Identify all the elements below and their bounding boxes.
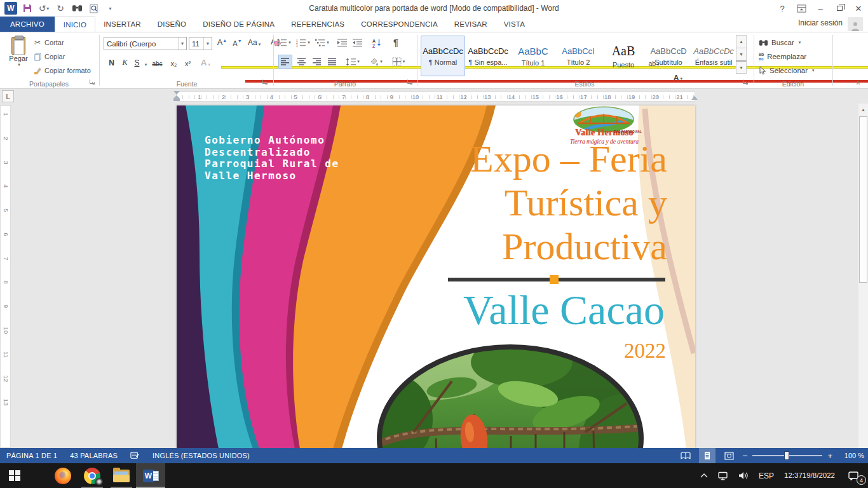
justify-button[interactable]: [325, 55, 339, 69]
decrease-indent-button[interactable]: [336, 36, 349, 50]
sort-button[interactable]: AZ: [370, 36, 384, 50]
status-language[interactable]: INGLÉS (ESTADOS UNIDOS): [153, 452, 250, 459]
print-preview-button[interactable]: [86, 1, 100, 15]
proofing-icon[interactable]: [130, 451, 140, 461]
tab-correspondencia[interactable]: CORRESPONDENCIA: [353, 17, 446, 32]
find-command[interactable]: Buscar▾: [759, 36, 801, 49]
print-layout-button[interactable]: [699, 448, 715, 463]
styles-scroll-up-button[interactable]: ▲: [736, 35, 747, 48]
tab-revisar[interactable]: REVISAR: [446, 17, 496, 32]
scroll-up-icon[interactable]: ▲: [858, 105, 868, 114]
customize-qat-button[interactable]: ▾: [103, 1, 117, 15]
web-layout-button[interactable]: [721, 448, 737, 463]
style-titulo-2[interactable]: AaBbCcI Título 2: [556, 36, 600, 76]
line-spacing-button[interactable]: ▾: [346, 55, 360, 69]
select-command[interactable]: Seleccionar▾: [759, 64, 815, 77]
zoom-in-button[interactable]: +: [827, 451, 832, 461]
find-button[interactable]: [70, 1, 84, 15]
font-size-select[interactable]: 11▼: [189, 37, 212, 50]
tray-network-icon[interactable]: [714, 463, 733, 488]
zoom-out-button[interactable]: −: [742, 451, 747, 461]
tab-stop-selector[interactable]: L: [2, 90, 14, 102]
vertical-scrollbar[interactable]: ▲: [858, 104, 868, 448]
taskbar-explorer[interactable]: [107, 463, 136, 488]
tray-volume-icon[interactable]: [734, 463, 753, 488]
style-sin-espaciado[interactable]: AaBbCcDc ¶ Sin espa...: [466, 36, 510, 76]
clipboard-dialog-launcher[interactable]: [89, 79, 97, 86]
word-app-icon[interactable]: W: [4, 1, 18, 15]
font-family-select[interactable]: Calibri (Cuerpo▼: [104, 37, 187, 50]
avatar[interactable]: [848, 17, 863, 31]
paragraph-dialog-launcher[interactable]: [407, 79, 414, 86]
style-titulo-1[interactable]: AaBbC Título 1: [511, 36, 555, 76]
styles-scroll-down-button[interactable]: ▼: [736, 48, 747, 61]
tab-inicio[interactable]: INICIO: [55, 17, 95, 32]
tab-vista[interactable]: VISTA: [496, 17, 533, 32]
first-line-indent-marker[interactable]: [173, 91, 180, 95]
multilevel-list-button[interactable]: ▾: [315, 36, 329, 50]
styles-more-button[interactable]: ▼: [736, 60, 747, 74]
shrink-font-button[interactable]: A▼: [231, 35, 243, 49]
horizontal-ruler[interactable]: 123456789101112131415161718192021: [177, 92, 695, 102]
strikethrough-button[interactable]: abc: [151, 55, 163, 69]
taskbar-word[interactable]: W: [136, 463, 165, 488]
tab-referencias[interactable]: REFERENCIAS: [283, 17, 353, 32]
style-enfasis-sutil[interactable]: AaBbCcDc Énfasis sutil: [691, 36, 736, 76]
tray-language[interactable]: ESP: [754, 463, 778, 488]
scrollbar-thumb[interactable]: [859, 116, 867, 283]
sign-in-link[interactable]: Iniciar sesión: [798, 18, 843, 27]
cut-button[interactable]: ✂Cortar: [33, 36, 64, 49]
show-marks-button[interactable]: ¶: [389, 36, 403, 50]
minimize-button[interactable]: –: [811, 0, 830, 17]
paste-button[interactable]: Pegar ▾: [4, 36, 33, 81]
bold-button[interactable]: N: [105, 55, 118, 69]
taskbar-chrome[interactable]: [78, 463, 107, 488]
tab-diseno[interactable]: DISEÑO: [149, 17, 194, 32]
collapse-ribbon-button[interactable]: ∧: [856, 79, 860, 86]
numbering-button[interactable]: 123 ▾: [296, 36, 310, 50]
help-button[interactable]: ?: [773, 0, 792, 17]
zoom-slider-thumb[interactable]: [784, 451, 789, 460]
tray-notifications[interactable]: 4: [839, 463, 868, 488]
status-page-count[interactable]: PÁGINA 1 DE 1: [6, 452, 57, 459]
undo-button[interactable]: ↺▾: [37, 1, 51, 15]
subscript-button[interactable]: x₂: [168, 55, 180, 69]
format-painter-button[interactable]: Copiar formato: [33, 64, 91, 77]
bullets-button[interactable]: ▾: [277, 36, 291, 50]
align-right-button[interactable]: [310, 55, 324, 69]
shading-button[interactable]: ▾: [369, 55, 383, 69]
tray-clock[interactable]: 12:37 19/8/2022: [780, 463, 837, 488]
increase-indent-button[interactable]: [351, 36, 365, 50]
divider-shape[interactable]: [448, 278, 665, 281]
ribbon-display-button[interactable]: [792, 0, 811, 17]
tray-chevron[interactable]: [696, 463, 712, 488]
grow-font-button[interactable]: A▲: [216, 35, 228, 49]
style-subtitulo[interactable]: AaBbCcD Subtítulo: [646, 36, 691, 76]
start-button[interactable]: [0, 463, 29, 488]
read-mode-button[interactable]: [677, 448, 694, 463]
taskbar-firefox[interactable]: [48, 463, 78, 488]
tab-insertar[interactable]: INSERTAR: [95, 17, 149, 32]
italic-button[interactable]: K: [119, 55, 131, 69]
document-page[interactable]: Gobierno Autónomo Descentralizado Parroq…: [177, 105, 695, 448]
vertical-ruler[interactable]: 12345678910111213: [0, 105, 11, 448]
restore-button[interactable]: [830, 0, 849, 17]
style-normal[interactable]: AaBbCcDc ¶ Normal: [421, 36, 465, 76]
status-word-count[interactable]: 43 PALABRAS: [70, 452, 118, 459]
font-dialog-launcher[interactable]: [262, 79, 269, 86]
text-effects-button[interactable]: A▾: [200, 55, 212, 69]
tab-diseno-de-pagina[interactable]: DISEÑO DE PÁGINA: [194, 17, 283, 32]
left-indent-marker[interactable]: [173, 98, 180, 101]
align-left-button[interactable]: [278, 55, 292, 69]
style-puesto[interactable]: AaB Puesto: [601, 36, 646, 76]
right-indent-marker[interactable]: [691, 96, 698, 100]
redo-button[interactable]: ↻: [53, 1, 67, 15]
save-button[interactable]: [20, 1, 34, 15]
close-button[interactable]: ✕: [849, 0, 868, 17]
align-center-button[interactable]: [295, 55, 309, 69]
tab-archivo[interactable]: ARCHIVO: [0, 17, 55, 32]
underline-options-caret[interactable]: ▾: [139, 55, 151, 69]
superscript-button[interactable]: x²: [182, 55, 194, 69]
styles-dialog-launcher[interactable]: [742, 79, 750, 86]
replace-command[interactable]: abac Reemplazar: [759, 50, 806, 63]
